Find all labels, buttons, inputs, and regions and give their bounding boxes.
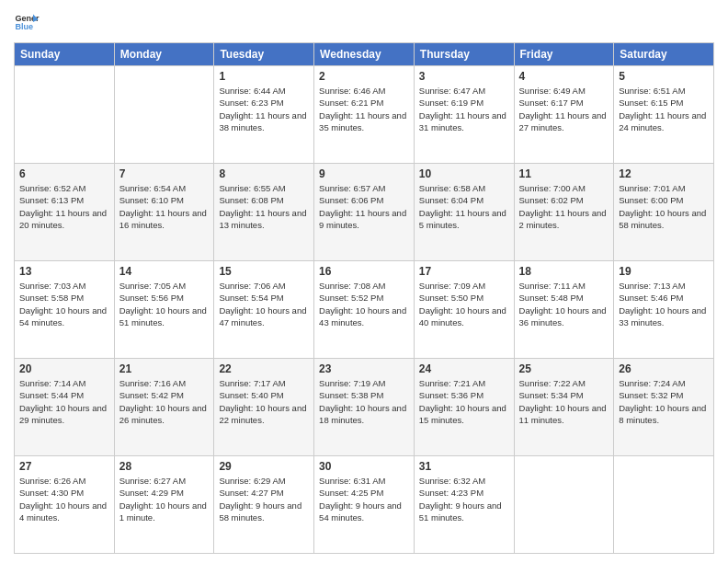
calendar-cell [514, 456, 614, 554]
calendar-cell: 12 Sunrise: 7:01 AMSunset: 6:00 PMDaylig… [614, 164, 714, 261]
day-number: 5 [619, 70, 709, 83]
calendar-cell: 16 Sunrise: 7:08 AMSunset: 5:52 PMDaylig… [314, 261, 415, 359]
calendar-cell: 24 Sunrise: 7:21 AMSunset: 5:36 PMDaylig… [414, 359, 514, 456]
day-number: 17 [419, 265, 509, 278]
day-info: Sunrise: 6:46 AMSunset: 6:21 PMDaylight:… [319, 86, 406, 132]
calendar-cell: 21 Sunrise: 7:16 AMSunset: 5:42 PMDaylig… [114, 359, 214, 456]
calendar-cell: 31 Sunrise: 6:32 AMSunset: 4:23 PMDaylig… [414, 456, 514, 554]
calendar-cell: 20 Sunrise: 7:14 AMSunset: 5:44 PMDaylig… [15, 359, 115, 456]
svg-text:Blue: Blue [15, 22, 33, 31]
calendar-cell: 10 Sunrise: 6:58 AMSunset: 6:04 PMDaylig… [414, 164, 514, 261]
calendar-cell: 3 Sunrise: 6:47 AMSunset: 6:19 PMDayligh… [414, 66, 514, 164]
day-number: 20 [19, 362, 109, 375]
day-number: 10 [419, 167, 509, 180]
day-info: Sunrise: 6:31 AMSunset: 4:25 PMDaylight:… [319, 476, 402, 523]
header-tuesday: Tuesday [214, 43, 314, 66]
day-number: 16 [319, 265, 409, 278]
day-info: Sunrise: 6:26 AMSunset: 4:30 PMDaylight:… [19, 476, 107, 523]
day-info: Sunrise: 7:05 AMSunset: 5:56 PMDaylight:… [119, 281, 207, 327]
calendar-cell: 14 Sunrise: 7:05 AMSunset: 5:56 PMDaylig… [114, 261, 214, 359]
day-number: 14 [119, 265, 210, 278]
calendar-cell: 8 Sunrise: 6:55 AMSunset: 6:08 PMDayligh… [214, 164, 314, 261]
day-info: Sunrise: 7:08 AMSunset: 5:52 PMDaylight:… [319, 281, 406, 327]
calendar-cell: 27 Sunrise: 6:26 AMSunset: 4:30 PMDaylig… [15, 456, 115, 554]
day-info: Sunrise: 7:14 AMSunset: 5:44 PMDaylight:… [19, 378, 107, 425]
calendar-cell: 13 Sunrise: 7:03 AMSunset: 5:58 PMDaylig… [15, 261, 115, 359]
calendar-cell: 2 Sunrise: 6:46 AMSunset: 6:21 PMDayligh… [314, 66, 415, 164]
week-row-5: 27 Sunrise: 6:26 AMSunset: 4:30 PMDaylig… [15, 456, 714, 554]
calendar-cell: 5 Sunrise: 6:51 AMSunset: 6:15 PMDayligh… [614, 66, 714, 164]
day-info: Sunrise: 7:24 AMSunset: 5:32 PMDaylight:… [619, 378, 706, 425]
day-info: Sunrise: 7:09 AMSunset: 5:50 PMDaylight:… [419, 281, 506, 327]
calendar-cell: 6 Sunrise: 6:52 AMSunset: 6:13 PMDayligh… [15, 164, 115, 261]
calendar-cell: 11 Sunrise: 7:00 AMSunset: 6:02 PMDaylig… [514, 164, 614, 261]
day-number: 12 [619, 167, 709, 180]
day-number: 19 [619, 265, 709, 278]
calendar-cell: 30 Sunrise: 6:31 AMSunset: 4:25 PMDaylig… [314, 456, 415, 554]
day-info: Sunrise: 6:54 AMSunset: 6:10 PMDaylight:… [119, 183, 207, 230]
week-row-2: 6 Sunrise: 6:52 AMSunset: 6:13 PMDayligh… [15, 164, 714, 261]
header-saturday: Saturday [614, 43, 714, 66]
day-info: Sunrise: 7:06 AMSunset: 5:54 PMDaylight:… [219, 281, 306, 327]
day-info: Sunrise: 7:00 AMSunset: 6:02 PMDaylight:… [519, 183, 607, 230]
day-number: 7 [119, 167, 210, 180]
day-info: Sunrise: 6:51 AMSunset: 6:15 PMDaylight:… [619, 86, 706, 132]
day-info: Sunrise: 7:17 AMSunset: 5:40 PMDaylight:… [219, 378, 306, 425]
header-sunday: Sunday [15, 43, 115, 66]
day-number: 4 [519, 70, 609, 83]
day-number: 27 [19, 460, 109, 473]
day-info: Sunrise: 6:52 AMSunset: 6:13 PMDaylight:… [19, 183, 107, 230]
week-row-1: 1 Sunrise: 6:44 AMSunset: 6:23 PMDayligh… [15, 66, 714, 164]
day-number: 2 [319, 70, 409, 83]
day-info: Sunrise: 6:47 AMSunset: 6:19 PMDaylight:… [419, 86, 506, 132]
calendar-cell: 4 Sunrise: 6:49 AMSunset: 6:17 PMDayligh… [514, 66, 614, 164]
header-monday: Monday [114, 43, 214, 66]
day-number: 24 [419, 362, 509, 375]
day-number: 13 [19, 265, 109, 278]
day-number: 15 [219, 265, 309, 278]
calendar-cell: 9 Sunrise: 6:57 AMSunset: 6:06 PMDayligh… [314, 164, 415, 261]
day-number: 8 [219, 167, 309, 180]
day-number: 30 [319, 460, 409, 473]
calendar-cell: 28 Sunrise: 6:27 AMSunset: 4:29 PMDaylig… [114, 456, 214, 554]
day-number: 11 [519, 167, 609, 180]
day-info: Sunrise: 7:22 AMSunset: 5:34 PMDaylight:… [519, 378, 607, 425]
day-info: Sunrise: 6:49 AMSunset: 6:17 PMDaylight:… [519, 86, 607, 132]
day-number: 9 [319, 167, 409, 180]
day-info: Sunrise: 7:03 AMSunset: 5:58 PMDaylight:… [19, 281, 107, 327]
day-number: 29 [219, 460, 309, 473]
day-info: Sunrise: 6:55 AMSunset: 6:08 PMDaylight:… [219, 183, 306, 230]
calendar-cell [114, 66, 214, 164]
day-info: Sunrise: 7:16 AMSunset: 5:42 PMDaylight:… [119, 378, 207, 425]
day-info: Sunrise: 6:58 AMSunset: 6:04 PMDaylight:… [419, 183, 506, 230]
header-thursday: Thursday [414, 43, 514, 66]
day-number: 18 [519, 265, 609, 278]
page-header: General Blue [14, 9, 714, 35]
calendar-cell: 29 Sunrise: 6:29 AMSunset: 4:27 PMDaylig… [214, 456, 314, 554]
logo: General Blue [14, 9, 40, 35]
calendar-cell: 18 Sunrise: 7:11 AMSunset: 5:48 PMDaylig… [514, 261, 614, 359]
header-friday: Friday [514, 43, 614, 66]
calendar-cell: 1 Sunrise: 6:44 AMSunset: 6:23 PMDayligh… [214, 66, 314, 164]
calendar-cell: 15 Sunrise: 7:06 AMSunset: 5:54 PMDaylig… [214, 261, 314, 359]
calendar-cell: 7 Sunrise: 6:54 AMSunset: 6:10 PMDayligh… [114, 164, 214, 261]
calendar-cell: 23 Sunrise: 7:19 AMSunset: 5:38 PMDaylig… [314, 359, 415, 456]
week-row-3: 13 Sunrise: 7:03 AMSunset: 5:58 PMDaylig… [15, 261, 714, 359]
calendar-header-row: SundayMondayTuesdayWednesdayThursdayFrid… [15, 43, 714, 66]
day-info: Sunrise: 6:32 AMSunset: 4:23 PMDaylight:… [419, 476, 502, 523]
day-number: 1 [219, 70, 309, 83]
calendar-cell: 22 Sunrise: 7:17 AMSunset: 5:40 PMDaylig… [214, 359, 314, 456]
calendar-cell: 25 Sunrise: 7:22 AMSunset: 5:34 PMDaylig… [514, 359, 614, 456]
day-info: Sunrise: 7:01 AMSunset: 6:00 PMDaylight:… [619, 183, 706, 230]
logo-icon: General Blue [14, 9, 40, 35]
day-info: Sunrise: 6:29 AMSunset: 4:27 PMDaylight:… [219, 476, 301, 523]
day-info: Sunrise: 7:13 AMSunset: 5:46 PMDaylight:… [619, 281, 706, 327]
day-info: Sunrise: 6:27 AMSunset: 4:29 PMDaylight:… [119, 476, 207, 523]
day-info: Sunrise: 7:21 AMSunset: 5:36 PMDaylight:… [419, 378, 506, 425]
day-number: 3 [419, 70, 509, 83]
day-info: Sunrise: 7:19 AMSunset: 5:38 PMDaylight:… [319, 378, 406, 425]
week-row-4: 20 Sunrise: 7:14 AMSunset: 5:44 PMDaylig… [15, 359, 714, 456]
day-number: 22 [219, 362, 309, 375]
day-number: 21 [119, 362, 210, 375]
day-number: 6 [19, 167, 109, 180]
